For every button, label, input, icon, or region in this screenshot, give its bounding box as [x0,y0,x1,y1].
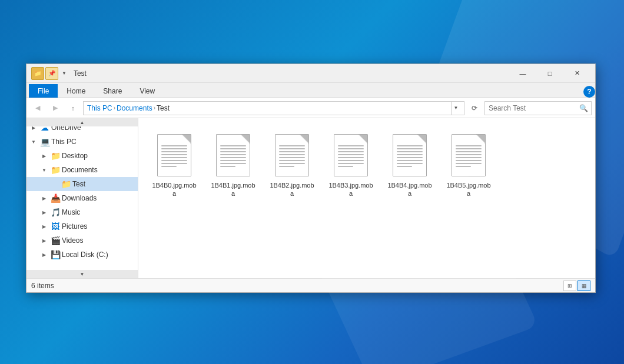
sidebar-item-desktop[interactable]: ▶ 📁 Desktop [26,149,138,163]
content-area: 1B4B0.jpg.moba1B4B1.jpg.moba1B4B2.jpg.mo… [138,118,595,278]
sidebar-scroll-down[interactable]: ▼ [26,270,138,278]
document-icon [216,134,250,176]
files-grid: 1B4B0.jpg.moba1B4B1.jpg.moba1B4B2.jpg.mo… [138,118,595,212]
documents-icon: 📁 [50,165,61,175]
close-button[interactable]: ✕ [563,64,590,83]
minimize-button[interactable]: — [509,64,536,83]
file-icon-container [330,132,371,179]
sidebar: ▲ ▶ ☁ OneDrive ▼ 💻 This PC ▶ 📁 Desktop [26,118,138,278]
address-dropdown-btn[interactable]: ▼ [451,101,460,115]
music-icon: 🎵 [50,208,61,217]
search-box[interactable]: 🔍 [484,101,592,115]
sidebar-label-documents: Documents [62,166,98,174]
tab-home[interactable]: Home [58,84,94,98]
sidebar-label-local-disk: Local Disk (C:) [62,251,108,259]
sidebar-item-downloads[interactable]: ▶ 📥 Downloads [26,191,138,205]
file-explorer-window: 📁 📌 ▼ Test — □ ✕ File Home Share View ? … [26,64,596,293]
refresh-button[interactable]: ⟳ [467,101,482,116]
view-details-button[interactable]: ⊞ [563,280,576,291]
file-name: 1B4B3.jpg.moba [327,181,374,198]
expand-arrow-local-disk: ▶ [39,250,49,259]
sidebar-item-documents[interactable]: ▼ 📁 Documents [26,163,138,177]
quick-access-btn1[interactable]: 📁 [31,67,44,80]
quick-access-icons: 📁 📌 ▼ [31,67,69,80]
ribbon-tabs: File Home Share View ? [26,83,595,98]
search-icon[interactable]: 🔍 [579,104,588,112]
test-folder-icon: 📁 [61,179,71,189]
expand-arrow-music: ▶ [39,208,49,217]
sidebar-label-downloads: Downloads [62,194,97,202]
expand-arrow-documents: ▼ [39,165,49,175]
expand-arrow-downloads: ▶ [39,193,49,203]
tab-file[interactable]: File [29,84,58,98]
file-item[interactable]: 1B4B5.jpg.moba [442,128,495,202]
ribbon: File Home Share View ? [26,83,595,98]
file-icon-container [448,132,489,179]
file-item[interactable]: 1B4B1.jpg.moba [207,128,260,202]
back-button[interactable]: ◀ [30,101,45,116]
up-button[interactable]: ↑ [65,101,81,116]
help-button[interactable]: ? [583,86,595,98]
breadcrumb: This PC › Documents › Test [87,104,451,112]
sidebar-item-local-disk[interactable]: ▶ 💾 Local Disk (C:) [26,248,138,262]
sidebar-label-test: Test [72,180,85,188]
document-icon [334,134,368,176]
breadcrumb-sep2: › [154,105,155,111]
sidebar-item-test[interactable]: ▶ 📁 Test [26,177,138,191]
file-name: 1B4B4.jpg.moba [386,181,433,198]
sidebar-scroll-up[interactable]: ▲ [26,118,138,126]
forward-button[interactable]: ▶ [48,101,63,116]
document-icon [157,134,191,176]
sidebar-item-pictures[interactable]: ▶ 🖼 Pictures [26,219,138,233]
sidebar-label-desktop: Desktop [62,152,88,160]
desktop-icon: 📁 [50,151,61,161]
expand-arrow-videos: ▶ [39,236,49,245]
file-item[interactable]: 1B4B2.jpg.moba [265,128,318,202]
sidebar-label-this-pc: This PC [51,138,77,146]
view-large-icons-button[interactable]: ▦ [577,280,590,291]
breadcrumb-this-pc[interactable]: This PC [87,104,112,112]
file-icon-container [271,132,313,179]
document-icon [275,134,309,176]
sidebar-item-music[interactable]: ▶ 🎵 Music [26,205,138,219]
breadcrumb-test: Test [157,104,170,112]
sidebar-label-pictures: Pictures [62,222,87,231]
address-bar: ◀ ▶ ↑ This PC › Documents › Test ▼ ⟳ 🔍 [26,98,595,118]
document-icon [452,134,486,176]
status-bar: 6 items ⊞ ▦ [26,278,595,292]
pictures-icon: 🖼 [50,222,61,231]
tab-share[interactable]: Share [94,84,131,98]
sidebar-item-this-pc[interactable]: ▼ 💻 This PC [26,135,138,149]
this-pc-icon: 💻 [39,137,50,146]
main-area: ▲ ▶ ☁ OneDrive ▼ 💻 This PC ▶ 📁 Desktop [26,118,595,278]
file-item[interactable]: 1B4B4.jpg.moba [383,128,436,202]
window-controls: — □ ✕ [509,64,590,83]
document-icon [393,134,427,176]
file-icon-container [213,132,254,179]
file-name: 1B4B1.jpg.moba [210,181,257,198]
search-input[interactable] [489,104,577,112]
expand-arrow-this-pc: ▼ [29,137,38,146]
file-icon-container [154,132,195,179]
file-icon-container [389,132,430,179]
downloads-icon: 📥 [50,193,61,203]
maximize-button[interactable]: □ [536,64,563,83]
local-disk-icon: 💾 [50,250,61,259]
file-item[interactable]: 1B4B0.jpg.moba [148,128,201,202]
file-name: 1B4B0.jpg.moba [151,181,198,198]
view-toggle: ⊞ ▦ [563,280,590,291]
quick-access-btn2[interactable]: 📌 [45,67,58,80]
file-name: 1B4B5.jpg.moba [445,181,492,198]
sidebar-label-music: Music [62,208,80,216]
tab-view[interactable]: View [131,84,164,98]
expand-arrow-pictures: ▶ [39,222,49,231]
file-name: 1B4B2.jpg.moba [268,181,316,198]
sidebar-item-videos[interactable]: ▶ 🎬 Videos [26,233,138,248]
videos-icon: 🎬 [50,236,61,245]
expand-arrow-desktop: ▶ [39,151,49,161]
address-box[interactable]: This PC › Documents › Test ▼ [83,101,464,115]
breadcrumb-documents[interactable]: Documents [117,104,152,112]
file-item[interactable]: 1B4B3.jpg.moba [324,128,377,202]
quick-access-dropdown-arrow[interactable]: ▼ [62,71,67,76]
title-bar: 📁 📌 ▼ Test — □ ✕ [26,64,595,83]
